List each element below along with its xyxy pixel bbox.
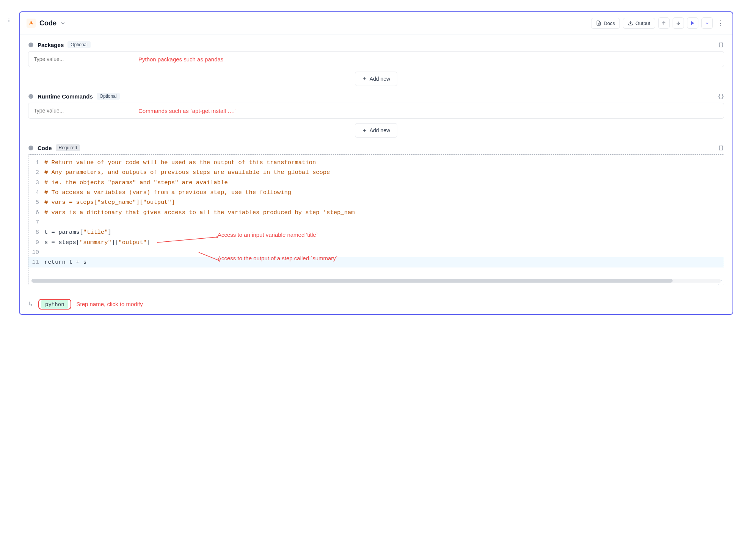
line-number: 4 xyxy=(28,188,44,197)
code-line[interactable]: 2# Any parameters, and outputs of previo… xyxy=(28,167,724,177)
packages-title: Packages xyxy=(38,42,64,48)
code-line[interactable]: 4# To access a variables (vars) from a p… xyxy=(28,188,724,197)
output-button[interactable]: Output xyxy=(623,18,655,29)
logo-icon xyxy=(27,19,36,28)
required-badge: Required xyxy=(56,144,80,151)
braces-icon[interactable]: {} xyxy=(718,93,724,99)
line-number: 10 xyxy=(28,247,44,257)
line-number: 1 xyxy=(28,158,44,167)
code-title: Code xyxy=(38,145,52,151)
run-button[interactable] xyxy=(687,17,698,29)
code-line[interactable]: 3# ie. the objects "params" and "steps" … xyxy=(28,178,724,188)
step-name-callout: python xyxy=(38,299,71,310)
code-editor[interactable]: 1# Return value of your code will be use… xyxy=(28,154,724,285)
add-package-label: Add new xyxy=(370,76,390,82)
packages-section: i Packages Optional {} Python packages s… xyxy=(28,41,724,86)
code-line[interactable]: 10 xyxy=(28,247,724,257)
output-label: Output xyxy=(635,20,650,26)
packages-input-row: Python packages such as pandas xyxy=(28,51,724,67)
line-number: 9 xyxy=(28,238,44,247)
horizontal-scrollbar[interactable] xyxy=(31,279,721,283)
line-number: 11 xyxy=(28,257,44,267)
code-line[interactable]: 8t = params["title"] xyxy=(28,227,724,237)
code-line[interactable]: 1# Return value of your code will be use… xyxy=(28,158,724,167)
move-down-button[interactable] xyxy=(673,17,684,29)
step-name-badge[interactable]: python xyxy=(41,300,68,309)
line-number: 3 xyxy=(28,178,44,188)
line-number: 5 xyxy=(28,197,44,207)
code-section: i Code Required {} 1# Return value of yo… xyxy=(28,144,724,285)
braces-icon[interactable]: {} xyxy=(718,42,724,48)
code-step-card: Code Docs Output xyxy=(19,11,733,315)
annotation-footer: Step name, click to modify xyxy=(77,301,143,307)
line-number: 7 xyxy=(28,217,44,227)
code-content[interactable]: 1# Return value of your code will be use… xyxy=(28,155,724,279)
packages-input[interactable] xyxy=(34,56,718,62)
info-icon: i xyxy=(28,42,34,48)
card-footer: ↳ python Step name, click to modify xyxy=(20,297,732,314)
line-number: 6 xyxy=(28,208,44,217)
line-number: 8 xyxy=(28,227,44,237)
card-title: Code xyxy=(39,19,56,27)
runtime-input-row: Commands such as `apt-get install ….` xyxy=(28,103,724,119)
code-line[interactable]: 7 xyxy=(28,217,724,227)
card-body: i Packages Optional {} Python packages s… xyxy=(20,34,732,297)
line-number: 2 xyxy=(28,167,44,177)
svg-marker-5 xyxy=(691,21,694,25)
header-left: Code xyxy=(27,19,66,28)
code-line[interactable]: 5# vars = steps["step_name"]["output"] xyxy=(28,197,724,207)
info-icon: i xyxy=(28,94,34,99)
runtime-title: Runtime Commands xyxy=(38,93,93,100)
header-actions: Docs Output ⋮ xyxy=(591,17,726,29)
docs-label: Docs xyxy=(604,20,615,26)
card-header: Code Docs Output xyxy=(20,12,732,34)
info-icon: i xyxy=(28,145,34,151)
braces-icon[interactable]: {} xyxy=(718,145,724,151)
chevron-down-icon[interactable] xyxy=(60,20,66,26)
more-menu-icon[interactable]: ⋮ xyxy=(716,19,726,27)
resize-grip-icon[interactable]: ⋰ xyxy=(718,281,722,283)
add-runtime-label: Add new xyxy=(370,127,390,133)
code-line[interactable]: 11return t + s xyxy=(28,257,724,267)
move-up-button[interactable] xyxy=(658,17,670,29)
optional-badge: Optional xyxy=(97,93,120,100)
code-line[interactable]: 9s = steps["summary"]["output"] xyxy=(28,238,724,247)
add-runtime-button[interactable]: Add new xyxy=(355,123,397,138)
add-package-button[interactable]: Add new xyxy=(355,72,397,86)
run-dropdown-button[interactable] xyxy=(701,17,713,29)
runtime-section: i Runtime Commands Optional {} Commands … xyxy=(28,93,724,138)
drag-handle[interactable]: ⠿ xyxy=(8,18,10,23)
return-arrow-icon: ↳ xyxy=(28,300,33,308)
code-line[interactable]: 6# vars is a dictionary that gives acces… xyxy=(28,208,724,217)
docs-button[interactable]: Docs xyxy=(591,18,620,29)
runtime-input[interactable] xyxy=(34,108,718,114)
optional-badge: Optional xyxy=(67,41,91,48)
